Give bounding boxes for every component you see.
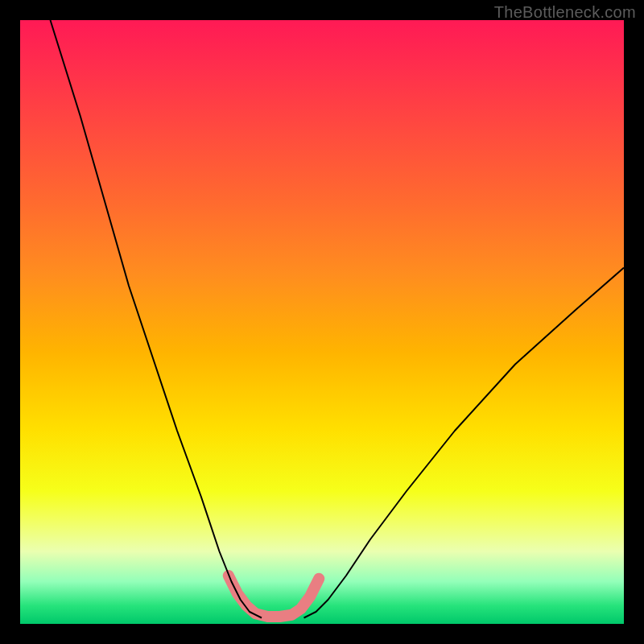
trough-highlight-path: [229, 576, 320, 617]
chart-frame: TheBottleneck.com: [0, 0, 644, 644]
watermark-text: TheBottleneck.com: [494, 3, 636, 22]
left-curve-path: [51, 20, 262, 618]
right-curve-path: [304, 268, 625, 618]
chart-svg: [20, 20, 624, 624]
